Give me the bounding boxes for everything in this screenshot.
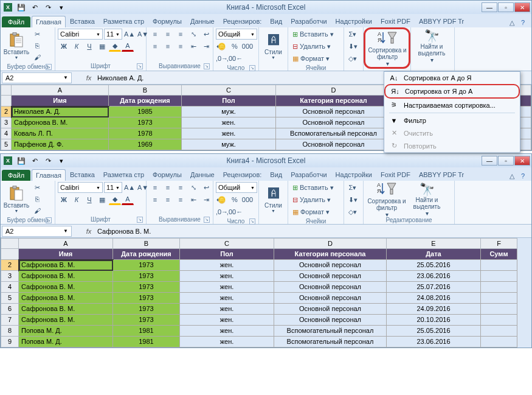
tab-pagelayout[interactable]: Разметка стр [99, 15, 148, 27]
table-header-cell[interactable]: Пол [180, 249, 274, 260]
excel-app-icon[interactable]: X [2, 155, 14, 166]
tab-data[interactable]: Данные [186, 169, 219, 181]
fx-button[interactable]: fx [83, 226, 95, 237]
tab-formulas[interactable]: Формулы [148, 169, 186, 181]
cell[interactable]: жен. [182, 117, 276, 128]
sort-desc-item[interactable]: Я↓ Сортировка от Я до А [384, 84, 520, 99]
italic-icon[interactable]: К [71, 41, 83, 52]
tab-insert[interactable]: Вставка [66, 15, 99, 27]
cells-insert-button[interactable]: ⊞Вставить ▾ [291, 182, 336, 193]
redo-icon[interactable]: ↷ [42, 2, 54, 13]
tab-home[interactable]: Главная [32, 16, 66, 27]
tab-formulas[interactable]: Формулы [148, 15, 186, 27]
sort-filter-button[interactable]: АЯ Сортировка и фильтр ▾ [366, 182, 407, 216]
orientation-icon[interactable]: ⤡ [187, 29, 199, 40]
undo-icon[interactable]: ↶ [29, 155, 41, 166]
cell[interactable]: Основной персонал [274, 260, 387, 271]
row-number[interactable]: 3 [1, 271, 19, 282]
column-header[interactable]: C [182, 85, 276, 96]
table-header-cell[interactable]: Имя [19, 249, 113, 260]
decrease-decimal-icon[interactable]: ,00← [229, 53, 241, 64]
cells-delete-button[interactable]: ⊟Удалить ▾ [291, 194, 333, 205]
cell[interactable]: 25.05.2016 [387, 260, 481, 271]
table-header-cell[interactable]: Дата рождения [113, 249, 180, 260]
tab-home[interactable]: Главная [32, 169, 66, 181]
close-button[interactable]: ✕ [514, 156, 530, 166]
table-header-cell[interactable]: Пол [182, 96, 276, 107]
cell[interactable]: Попова М. Д. [19, 326, 113, 337]
currency-icon[interactable]: 🪙 [216, 41, 228, 52]
name-box[interactable]: A2▼ [2, 226, 72, 237]
cell[interactable]: 23.06.2016 [387, 271, 481, 282]
sum-icon[interactable]: Σ▾ [347, 29, 359, 40]
cell[interactable]: жен. [180, 315, 274, 326]
cell[interactable]: муж. [182, 107, 276, 117]
font-launcher[interactable]: ↘ [137, 63, 143, 69]
table-header-cell[interactable]: Категория персонал [276, 96, 392, 107]
cell[interactable]: Вспомогательный персонал [274, 337, 387, 348]
cell[interactable] [481, 293, 517, 304]
row-number[interactable]: 8 [1, 326, 19, 337]
number-format-combo[interactable]: Общий▼ [216, 29, 257, 40]
tab-pagelayout[interactable]: Разметка стр [99, 169, 148, 181]
row-number[interactable]: 4 [1, 128, 12, 139]
clear-icon[interactable]: ◇▾ [347, 206, 359, 217]
file-tab[interactable]: Файл [2, 170, 30, 181]
cell[interactable]: 25.05.2016 [387, 326, 481, 337]
column-header[interactable]: E [387, 238, 481, 249]
cells-insert-button[interactable]: ⊞Вставить ▾ [291, 29, 336, 40]
tab-developer[interactable]: Разработчи [286, 15, 331, 27]
increase-font-icon[interactable]: A▲ [123, 182, 136, 193]
align-top-icon[interactable]: ≡ [149, 29, 161, 40]
formula-bar[interactable]: Сафронова В. М. [95, 228, 531, 235]
save-icon[interactable]: 💾 [15, 2, 27, 13]
cell[interactable]: жен. [180, 271, 274, 282]
redo-icon[interactable]: ↷ [42, 155, 54, 166]
table-header-cell[interactable]: Сумм [481, 249, 517, 260]
cell[interactable] [481, 271, 517, 282]
cell[interactable]: 1973 [113, 260, 180, 271]
tab-abbyy[interactable]: ABBYY PDF Tr [415, 169, 468, 181]
percent-icon[interactable]: % [229, 41, 241, 52]
find-select-button[interactable]: 🔭 Найти и выделить ▾ [409, 182, 445, 216]
find-select-button[interactable]: 🔭 Найти и выделить ▾ [413, 29, 450, 63]
cell[interactable]: муж. [182, 139, 276, 150]
row-number[interactable]: 5 [1, 293, 19, 304]
custom-sort-item[interactable]: ⚞ Настраиваемая сортировка... [384, 99, 520, 111]
cell[interactable] [481, 315, 517, 326]
cell[interactable]: 1978 [109, 128, 182, 139]
cell[interactable]: Коваль Л. П. [12, 128, 109, 139]
cell[interactable]: Сафронова В. М. [12, 117, 109, 128]
font-size-combo[interactable]: 11▼ [104, 29, 122, 40]
filter-item[interactable]: ▼ Фильтр [384, 114, 520, 127]
column-header[interactable]: A [12, 85, 109, 96]
border-icon[interactable]: ▦ [96, 194, 108, 205]
cell[interactable] [481, 304, 517, 315]
tab-addins[interactable]: Надстройки [331, 169, 376, 181]
cell[interactable]: жен. [180, 260, 274, 271]
excel-app-icon[interactable]: X [2, 2, 14, 13]
indent-increase-icon[interactable]: ⇥ [200, 41, 212, 52]
select-all-corner[interactable] [1, 238, 19, 249]
help-icon[interactable]: ? [518, 171, 528, 181]
copy-icon[interactable]: ⎘ [31, 40, 43, 51]
tab-addins[interactable]: Надстройки [331, 15, 376, 27]
cell[interactable]: 1969 [109, 139, 182, 150]
align-right-icon[interactable]: ≡ [174, 41, 187, 52]
styles-button[interactable]: 🅰 Стили ▼ [261, 29, 285, 63]
bold-icon[interactable]: Ж [58, 41, 70, 52]
italic-icon[interactable]: К [71, 194, 83, 205]
cell[interactable]: 1981 [113, 337, 180, 348]
font-name-combo[interactable]: Calibri▼ [58, 29, 103, 40]
tab-view[interactable]: Вид [266, 169, 286, 181]
font-size-combo[interactable]: 11▼ [104, 182, 122, 193]
cell[interactable]: Основной персонал [274, 304, 387, 315]
cell[interactable]: Основной персонал [276, 139, 392, 150]
number-format-combo[interactable]: Общий▼ [216, 182, 257, 193]
row-number[interactable]: 7 [1, 315, 19, 326]
cell[interactable]: Сафронова В. М. [19, 282, 113, 293]
align-center-icon[interactable]: ≡ [162, 41, 174, 52]
cut-icon[interactable]: ✂ [31, 182, 43, 193]
table-header-cell[interactable]: Имя [12, 96, 109, 107]
fill-color-icon[interactable]: ◆ [109, 194, 121, 205]
